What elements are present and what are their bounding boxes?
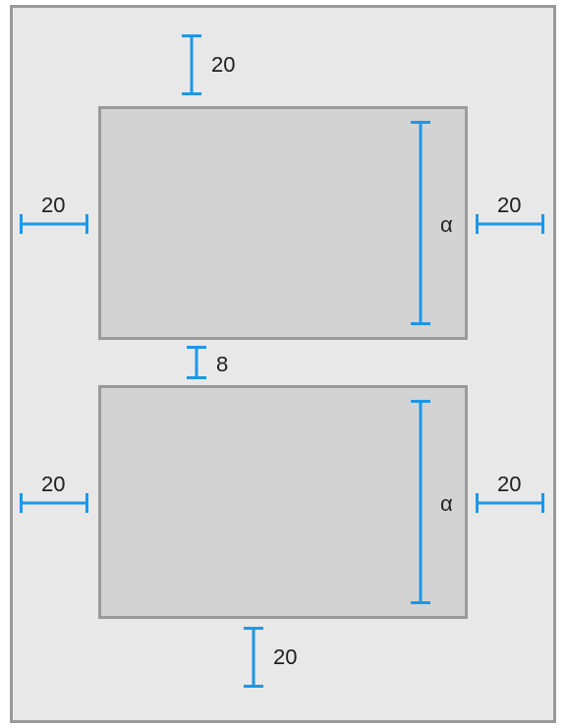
dim-left-top [20, 214, 90, 234]
dim-left-bottom [20, 493, 90, 513]
layout-diagram: 20 20 8 20 20 20 20 [0, 0, 566, 728]
dim-alpha-bottom [411, 400, 430, 606]
dim-top-margin [182, 34, 201, 98]
dim-gap-label: 8 [216, 354, 228, 375]
dim-right-bottom-label: 20 [497, 474, 521, 495]
dim-alpha-top-label: α [440, 214, 453, 236]
dim-left-bottom-label: 20 [41, 474, 65, 495]
dim-top-label: 20 [211, 54, 235, 76]
dim-alpha-top [411, 121, 430, 327]
dim-alpha-bottom-label: α [440, 493, 453, 515]
dim-right-bottom [476, 493, 546, 513]
dim-left-top-label: 20 [41, 195, 65, 216]
dim-right-top [476, 214, 546, 234]
dim-right-top-label: 20 [497, 195, 521, 216]
dim-bottom-margin [244, 627, 263, 691]
dim-gap [187, 346, 206, 381]
dim-bottom-label: 20 [273, 646, 297, 668]
